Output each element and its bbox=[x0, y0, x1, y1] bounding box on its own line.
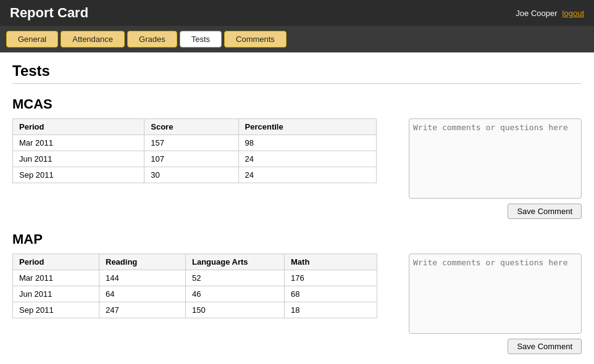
nav-tab-tests[interactable]: Tests bbox=[180, 31, 222, 48]
nav-tab-comments[interactable]: Comments bbox=[224, 31, 287, 48]
map-col-header: Language Arts bbox=[186, 254, 285, 270]
mcas-table: PeriodScorePercentile Mar 201115798Jun 2… bbox=[12, 118, 377, 183]
map-title: MAP bbox=[12, 231, 377, 247]
mcas-right: Save Comment bbox=[391, 118, 582, 219]
mcas-header-row: PeriodScorePercentile bbox=[13, 119, 377, 135]
map-section: MAP PeriodReadingLanguage ArtsMath Mar 2… bbox=[12, 231, 582, 354]
table-cell: 144 bbox=[99, 270, 186, 286]
table-cell: 176 bbox=[285, 270, 377, 286]
mcas-table-body: Mar 201115798Jun 201110724Sep 20113024 bbox=[13, 135, 377, 183]
map-table-header: PeriodReadingLanguage ArtsMath bbox=[13, 254, 377, 270]
mcas-title: MCAS bbox=[12, 96, 377, 112]
map-header-row: PeriodReadingLanguage ArtsMath bbox=[13, 254, 377, 270]
table-cell: 64 bbox=[99, 286, 186, 302]
nav-tabs: GeneralAttendanceGradesTestsComments bbox=[0, 26, 594, 52]
table-cell: 18 bbox=[285, 302, 377, 318]
user-area: Joe Cooper logout bbox=[516, 9, 584, 18]
mcas-col-header: Period bbox=[13, 119, 144, 135]
map-col-header: Math bbox=[285, 254, 377, 270]
map-save-comment-button[interactable]: Save Comment bbox=[508, 339, 582, 354]
table-cell: 52 bbox=[186, 270, 285, 286]
mcas-save-comment-button[interactable]: Save Comment bbox=[508, 204, 582, 219]
table-cell: 157 bbox=[144, 135, 238, 151]
nav-tab-general[interactable]: General bbox=[6, 31, 58, 48]
nav-tab-grades[interactable]: Grades bbox=[127, 31, 177, 48]
map-table: PeriodReadingLanguage ArtsMath Mar 20111… bbox=[12, 254, 377, 318]
table-cell: 150 bbox=[186, 302, 285, 318]
table-cell: 247 bbox=[99, 302, 186, 318]
table-row: Jun 201110724 bbox=[13, 151, 377, 167]
table-cell: 46 bbox=[186, 286, 285, 302]
table-row: Jun 2011644668 bbox=[13, 286, 377, 302]
nav-tab-attendance[interactable]: Attendance bbox=[61, 31, 125, 48]
page-title: Tests bbox=[12, 62, 582, 84]
table-cell: 98 bbox=[238, 135, 376, 151]
table-cell: Mar 2011 bbox=[13, 270, 99, 286]
mcas-col-header: Score bbox=[144, 119, 238, 135]
mcas-table-header: PeriodScorePercentile bbox=[13, 119, 377, 135]
logout-link[interactable]: logout bbox=[563, 9, 584, 18]
table-row: Sep 201124715018 bbox=[13, 302, 377, 318]
mcas-left: MCAS PeriodScorePercentile Mar 201115798… bbox=[12, 96, 377, 183]
table-cell: 68 bbox=[285, 286, 377, 302]
table-cell: 24 bbox=[238, 151, 376, 167]
map-table-body: Mar 201114452176Jun 2011644668Sep 201124… bbox=[13, 270, 377, 318]
table-cell: Sep 2011 bbox=[13, 167, 144, 183]
table-cell: 107 bbox=[144, 151, 238, 167]
map-col-header: Reading bbox=[99, 254, 186, 270]
map-comment-textarea[interactable] bbox=[409, 254, 582, 334]
table-row: Mar 201115798 bbox=[13, 135, 377, 151]
header: Report Card Joe Cooper logout bbox=[0, 0, 594, 26]
table-row: Mar 201114452176 bbox=[13, 270, 377, 286]
table-cell: 24 bbox=[238, 167, 376, 183]
table-cell: Sep 2011 bbox=[13, 302, 99, 318]
map-col-header: Period bbox=[13, 254, 99, 270]
username: Joe Cooper bbox=[516, 9, 557, 18]
map-left: MAP PeriodReadingLanguage ArtsMath Mar 2… bbox=[12, 231, 377, 318]
table-cell: 30 bbox=[144, 167, 238, 183]
table-row: Sep 20113024 bbox=[13, 167, 377, 183]
table-cell: Jun 2011 bbox=[13, 286, 99, 302]
mcas-col-header: Percentile bbox=[238, 119, 376, 135]
map-right: Save Comment bbox=[392, 254, 582, 354]
table-cell: Mar 2011 bbox=[13, 135, 144, 151]
app-title: Report Card bbox=[10, 5, 88, 21]
main-content: Tests MCAS PeriodScorePercentile Mar 201… bbox=[0, 52, 594, 364]
mcas-comment-textarea[interactable] bbox=[409, 118, 582, 199]
table-cell: Jun 2011 bbox=[13, 151, 144, 167]
mcas-section: MCAS PeriodScorePercentile Mar 201115798… bbox=[12, 96, 582, 219]
